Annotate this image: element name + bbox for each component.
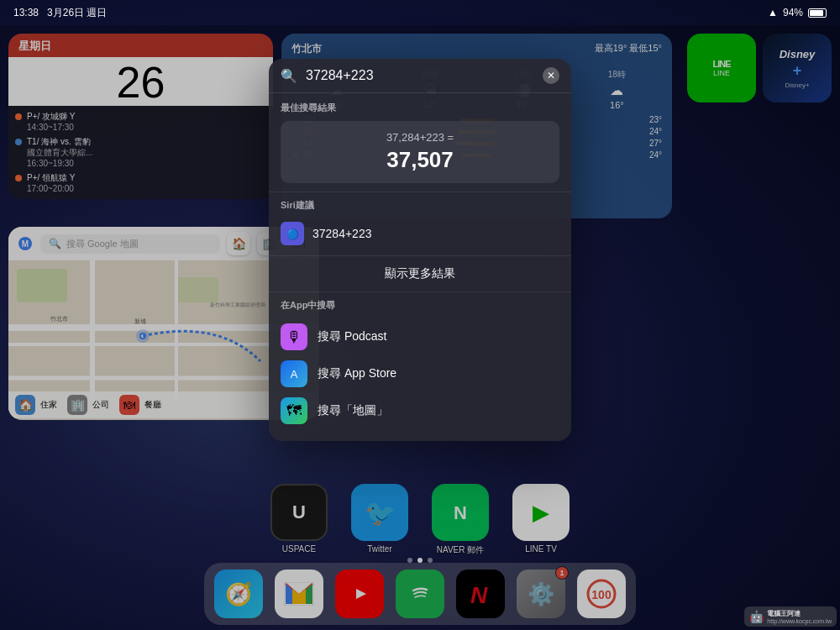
watermark-badge: 🤖 電腦王阿達 http://www.kocpc.com.tw	[744, 606, 837, 627]
status-date: 3月26日 週日	[47, 6, 107, 20]
app-search-maps[interactable]: 🗺 搜尋「地圖」	[281, 392, 559, 429]
maps-search-icon: 🗺	[281, 397, 307, 424]
status-right: ▲ 94%	[768, 7, 827, 18]
show-more-results[interactable]: 顯示更多結果	[269, 256, 571, 292]
appstore-search-label: 搜尋 App Store	[318, 366, 396, 381]
spotlight-clear-button[interactable]: ✕	[543, 67, 559, 84]
maps-search-label: 搜尋「地圖」	[318, 403, 388, 418]
siri-app-icon: 🔵	[281, 222, 304, 245]
spotlight-panel: 🔍 ✕ 最佳搜尋結果 37,284+223 = 37,507 Siri建議	[269, 59, 571, 441]
siri-suggestion-1[interactable]: 🔵 37284+223	[281, 218, 559, 249]
podcast-search-label: 搜尋 Podcast	[318, 329, 386, 344]
wifi-icon: ▲	[768, 7, 778, 18]
calc-expression: 37,284+223 =	[294, 131, 546, 144]
calc-answer: 37,507	[294, 147, 546, 173]
status-bar: 13:38 3月26日 週日 ▲ 94%	[0, 0, 840, 25]
status-left: 13:38 3月26日 週日	[13, 6, 107, 20]
watermark-url: http://www.kocpc.com.tw	[767, 618, 832, 624]
spotlight-overlay: 🔍 ✕ 最佳搜尋結果 37,284+223 = 37,507 Siri建議	[0, 25, 840, 630]
spotlight-best-result: 最佳搜尋結果 37,284+223 = 37,507	[269, 93, 571, 192]
watermark-icon: 🤖	[749, 610, 764, 623]
watermark: 🤖 電腦王阿達 http://www.kocpc.com.tw	[744, 606, 837, 627]
battery-percent: 94%	[783, 7, 803, 18]
calc-result: 37,284+223 = 37,507	[281, 121, 559, 183]
siri-suggestion-text: 37284+223	[312, 227, 371, 240]
podcast-search-icon: 🎙	[281, 323, 307, 350]
main-content: 星期日 26 P+/ 攻城獅 Y14:30~17:30 T1/ 海神 vs. 雲…	[0, 25, 840, 630]
siri-title: Siri建議	[281, 199, 559, 212]
appstore-search-icon: A	[281, 360, 307, 387]
in-app-search: 在App中搜尋 🎙 搜尋 Podcast A 搜尋 App Store �	[269, 292, 571, 441]
status-time: 13:38	[13, 7, 39, 18]
spotlight-search-bar: 🔍 ✕	[269, 59, 571, 93]
best-result-title: 最佳搜尋結果	[281, 102, 559, 114]
svg-text:🔵: 🔵	[286, 228, 299, 240]
spotlight-input[interactable]	[306, 68, 534, 83]
app-search-appstore[interactable]: A 搜尋 App Store	[281, 355, 559, 392]
app-search-podcast[interactable]: 🎙 搜尋 Podcast	[281, 318, 559, 355]
battery-indicator	[808, 8, 827, 18]
svg-text:A: A	[291, 368, 298, 381]
spotlight-search-icon: 🔍	[281, 68, 297, 84]
siri-suggestions: Siri建議 🔵 37284+223	[269, 192, 571, 256]
in-app-title: 在App中搜尋	[281, 299, 559, 312]
watermark-name: 電腦王阿達	[767, 609, 832, 618]
